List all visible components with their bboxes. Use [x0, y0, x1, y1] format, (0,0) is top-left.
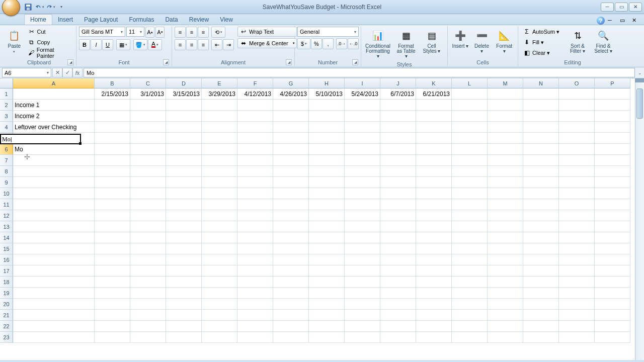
merge-center-button[interactable]: ⬌Merge & Center▾: [237, 38, 297, 48]
row-header[interactable]: 21: [0, 310, 13, 321]
cell[interactable]: [380, 221, 416, 232]
cell[interactable]: [488, 144, 523, 155]
row-header[interactable]: 2: [0, 100, 13, 111]
help-button[interactable]: ?: [597, 17, 605, 25]
cell[interactable]: [130, 332, 166, 343]
cell[interactable]: [309, 177, 345, 188]
cell[interactable]: [595, 144, 630, 155]
cell[interactable]: [488, 321, 523, 332]
cell-styles-button[interactable]: ▤Cell Styles ▾: [420, 27, 443, 56]
tab-data[interactable]: Data: [159, 15, 183, 25]
clipboard-launcher[interactable]: ◢: [67, 59, 73, 65]
cell[interactable]: [309, 332, 345, 343]
cell[interactable]: [559, 210, 595, 221]
cell[interactable]: [345, 100, 380, 111]
cell[interactable]: [416, 155, 452, 166]
cell[interactable]: [95, 254, 130, 265]
cell[interactable]: [488, 177, 523, 188]
column-header[interactable]: O: [559, 78, 595, 88]
cell[interactable]: [488, 310, 523, 321]
cell[interactable]: [559, 166, 595, 177]
font-launcher[interactable]: ◢: [163, 59, 169, 65]
cell[interactable]: 3/1/2013: [130, 88, 166, 100]
cell[interactable]: [273, 243, 309, 254]
cell[interactable]: [380, 133, 416, 144]
cell[interactable]: [309, 299, 345, 310]
cell[interactable]: [595, 88, 630, 100]
cell[interactable]: [95, 122, 130, 133]
cell[interactable]: [237, 100, 273, 111]
cell[interactable]: [595, 288, 630, 299]
cell[interactable]: [237, 166, 273, 177]
cell[interactable]: [416, 321, 452, 332]
row-header[interactable]: 15: [0, 243, 13, 254]
cell[interactable]: [559, 288, 595, 299]
cell[interactable]: [273, 321, 309, 332]
cell[interactable]: [559, 243, 595, 254]
cell[interactable]: [523, 133, 559, 144]
row-header[interactable]: 8: [0, 166, 13, 177]
column-header[interactable]: L: [452, 78, 488, 88]
tab-home[interactable]: Home: [24, 14, 52, 25]
cell[interactable]: [416, 243, 452, 254]
cell[interactable]: 6/7/2013: [380, 88, 416, 100]
cell[interactable]: [237, 243, 273, 254]
cell[interactable]: [13, 232, 95, 243]
cell[interactable]: [416, 177, 452, 188]
cell[interactable]: [13, 332, 95, 343]
cell[interactable]: [95, 310, 130, 321]
align-bottom-button[interactable]: ≡: [198, 27, 209, 38]
increase-decimal-button[interactable]: .0→: [336, 38, 347, 49]
cell[interactable]: [273, 177, 309, 188]
cell[interactable]: [595, 133, 630, 144]
cell[interactable]: [452, 288, 488, 299]
cell[interactable]: [166, 177, 202, 188]
cell[interactable]: [166, 188, 202, 199]
row-header[interactable]: 22: [0, 321, 13, 332]
cell[interactable]: [380, 310, 416, 321]
alignment-launcher[interactable]: ◢: [286, 59, 292, 65]
cell[interactable]: [13, 166, 95, 177]
cell[interactable]: [523, 265, 559, 277]
cell[interactable]: [595, 265, 630, 277]
cell[interactable]: [95, 332, 130, 343]
cell[interactable]: 5/24/2013: [345, 88, 380, 100]
cell[interactable]: [95, 188, 130, 199]
cell[interactable]: [95, 144, 130, 155]
cell[interactable]: [309, 221, 345, 232]
cell[interactable]: [95, 133, 130, 144]
format-cells-button[interactable]: 📐Format ▾: [493, 27, 515, 56]
cell[interactable]: [523, 277, 559, 288]
cell[interactable]: [488, 221, 523, 232]
cell[interactable]: [559, 188, 595, 199]
cell[interactable]: [416, 299, 452, 310]
cell[interactable]: [13, 199, 95, 210]
cell[interactable]: [273, 288, 309, 299]
column-header[interactable]: K: [416, 78, 452, 88]
cell[interactable]: [237, 232, 273, 243]
cell[interactable]: [273, 265, 309, 277]
split-handle[interactable]: [635, 78, 644, 82]
name-box[interactable]: A6▾: [2, 68, 51, 77]
cell[interactable]: [273, 232, 309, 243]
cell[interactable]: [309, 243, 345, 254]
column-header[interactable]: M: [488, 78, 523, 88]
cell[interactable]: [523, 310, 559, 321]
border-button[interactable]: ▦: [116, 39, 130, 50]
column-headers[interactable]: ABCDEFGHIJKLMNOP: [13, 78, 635, 88]
formula-input[interactable]: Mo: [84, 68, 635, 77]
cell[interactable]: [345, 210, 380, 221]
cell[interactable]: 4/12/2013: [237, 88, 273, 100]
cell[interactable]: [202, 166, 237, 177]
cell[interactable]: [452, 88, 488, 100]
cell[interactable]: [488, 210, 523, 221]
cell[interactable]: [345, 177, 380, 188]
cell[interactable]: [452, 122, 488, 133]
cell[interactable]: [380, 254, 416, 265]
cell[interactable]: [237, 277, 273, 288]
cell[interactable]: [130, 188, 166, 199]
column-header[interactable]: C: [130, 78, 166, 88]
cell[interactable]: [309, 155, 345, 166]
cell[interactable]: [309, 122, 345, 133]
cell[interactable]: [380, 111, 416, 122]
